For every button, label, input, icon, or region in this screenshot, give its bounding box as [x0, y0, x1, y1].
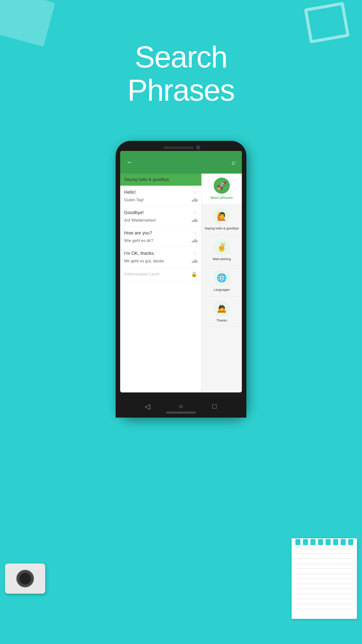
sound-bar4 — [196, 260, 197, 263]
categories-sidebar: 🚀 Basic phrases 🙋 Saying hello & goodbye… — [202, 174, 242, 392]
phrase-text[interactable]: Goodbye! — [124, 210, 144, 215]
phrase-german: Mir geht es gut, danke. — [120, 258, 201, 267]
phrase-text[interactable]: How are you? — [124, 230, 152, 236]
note-line — [296, 579, 353, 579]
star-icon[interactable]: ☆ — [193, 189, 197, 195]
sound-bar3 — [195, 219, 196, 222]
phone-bottom-bar — [166, 412, 196, 414]
sound-bar3 — [195, 259, 196, 263]
note-line — [296, 558, 353, 559]
nav-back-button[interactable]: ◁ — [141, 400, 154, 413]
bg-decor-topleft — [0, 0, 55, 47]
phrase-text[interactable]: Hello! — [124, 190, 136, 195]
sound-bar2 — [193, 220, 194, 222]
spiral-hole — [326, 539, 331, 545]
note-line — [296, 599, 353, 599]
category-icon-basic-phrases: 🚀 — [214, 178, 230, 194]
category-icon-thanks: 🙇 — [214, 300, 230, 316]
note-line — [296, 553, 353, 554]
phrase-item: I'm OK, thanks. ☆ Mir geht es gut, danke… — [120, 247, 201, 267]
phrase-item: Hello! ☆ Guten Tag! — [120, 186, 201, 206]
camera-decoration — [0, 543, 55, 599]
phrase-item: Goodbye! ☆ Auf Wiedersehen! — [120, 206, 201, 226]
category-label-hello: Saying hello & goodbye — [205, 226, 239, 231]
spiral-hole — [333, 539, 338, 545]
sound-icon[interactable] — [192, 239, 197, 243]
notebook-decoration — [292, 538, 357, 619]
phone-speaker — [163, 146, 194, 149]
sound-bar1 — [192, 261, 193, 263]
phrase-item: How are you? ☆ Wie geht es dir? — [120, 226, 201, 247]
category-label-thanks: Thanks — [216, 318, 227, 323]
category-icon-well-wishing: ✌️ — [214, 239, 230, 255]
phrase-german: Auf Wiedersehen! — [120, 217, 201, 226]
sidebar-category-well-wishing[interactable]: ✌️ Well-wishing — [202, 235, 242, 266]
note-line — [296, 569, 353, 569]
spiral-hole — [341, 539, 346, 545]
spiral-hole — [295, 539, 300, 545]
phrases-list: Saying hello & goodbye Hello! ☆ Guten Ta… — [120, 174, 202, 392]
german-text: Auf Wiedersehen! — [124, 218, 156, 223]
phrase-english: Hello! ☆ — [120, 186, 201, 197]
camera-body — [5, 564, 45, 594]
star-icon[interactable]: ☆ — [193, 210, 197, 216]
sidebar-category-languages[interactable]: 🌐 Languages — [202, 266, 242, 296]
hero-heading: Search Phrases — [0, 40, 362, 107]
sidebar-category-basic-phrases[interactable]: 🚀 Basic phrases — [202, 174, 242, 204]
sound-bar1 — [192, 200, 193, 202]
phrase-english: Goodbye! ☆ — [120, 206, 201, 217]
note-line — [296, 564, 353, 564]
nav-home-button[interactable]: ○ — [175, 400, 187, 413]
phrase-text[interactable]: I'm OK, thanks. — [124, 251, 155, 256]
german-text: Wie geht es dir? — [124, 238, 153, 243]
phrase-german: Guten Tag! — [120, 197, 201, 206]
nav-recents-button[interactable]: □ — [208, 400, 221, 413]
sound-bar4 — [196, 199, 197, 202]
sound-icon[interactable] — [192, 259, 197, 263]
content-area: Saying hello & goodbye Hello! ☆ Guten Ta… — [120, 174, 242, 392]
category-label-basic-phrases: Basic phrases — [211, 196, 233, 200]
note-line — [296, 584, 353, 584]
sound-bar4 — [196, 240, 197, 243]
phrase-english: I'm OK, thanks. ☆ — [120, 247, 201, 258]
hero-line1: Search — [0, 40, 362, 73]
category-label-languages: Languages — [214, 288, 230, 292]
phrase-english: How are you? ☆ — [120, 226, 201, 237]
search-button[interactable]: ⌕ — [232, 158, 236, 166]
spiral-hole — [318, 539, 323, 545]
camera-lens — [16, 570, 34, 587]
locked-item: Intermediate Level 🔒 — [120, 267, 201, 281]
sound-bar2 — [193, 199, 194, 202]
note-line — [296, 589, 353, 589]
sound-bar2 — [193, 260, 194, 263]
sound-bar3 — [195, 198, 196, 202]
category-label-well-wishing: Well-wishing — [213, 257, 231, 261]
category-icon-hello: 🙋 — [214, 208, 230, 224]
spiral-hole — [310, 539, 315, 545]
star-icon[interactable]: ☆ — [193, 230, 197, 236]
star-icon[interactable]: ☆ — [193, 250, 197, 256]
category-header: Saying hello & goodbye — [120, 174, 201, 186]
sidebar-category-thanks[interactable]: 🙇 Thanks — [202, 296, 242, 327]
note-line — [296, 594, 353, 594]
phone-nav-bar: ◁ ○ □ — [116, 395, 246, 418]
german-text: Mir geht es gut, danke. — [124, 259, 165, 263]
german-text: Guten Tag! — [124, 198, 144, 202]
app-header: ← ⌕ — [120, 151, 242, 174]
locked-label: Intermediate Level — [124, 272, 159, 277]
camera-lens-inner — [19, 573, 31, 584]
note-line — [296, 548, 353, 549]
phone-body: ← ⌕ Saying hello & goodbye Hello! ☆ G — [116, 141, 246, 418]
sound-bar1 — [192, 241, 193, 243]
sound-icon[interactable] — [192, 219, 197, 222]
sidebar-category-hello-goodbye[interactable]: 🙋 Saying hello & goodbye — [202, 204, 242, 235]
sound-icon[interactable] — [192, 198, 197, 202]
spiral-hole — [303, 539, 308, 545]
category-icon-languages: 🌐 — [214, 270, 230, 286]
note-line — [296, 609, 353, 609]
hero-line2: Phrases — [0, 73, 362, 107]
sound-bar3 — [195, 239, 196, 243]
lock-icon: 🔒 — [191, 271, 197, 277]
sound-bar4 — [196, 220, 197, 222]
back-button[interactable]: ← — [126, 158, 133, 166]
